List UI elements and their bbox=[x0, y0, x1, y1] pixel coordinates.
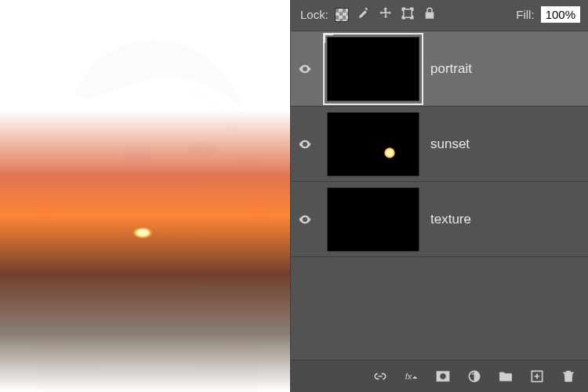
visibility-toggle[interactable] bbox=[294, 137, 316, 151]
link-layers-button[interactable] bbox=[372, 368, 389, 384]
layer-effects-button[interactable]: fx bbox=[403, 368, 420, 384]
svg-text:fx: fx bbox=[405, 372, 412, 381]
layer-row-texture[interactable]: texture bbox=[291, 182, 588, 257]
sunset-layer-render bbox=[0, 0, 290, 392]
layer-thumbnail[interactable] bbox=[327, 112, 419, 176]
layer-name[interactable]: sunset bbox=[430, 136, 470, 152]
fill-label: Fill: bbox=[516, 8, 534, 21]
lock-all-icon[interactable] bbox=[423, 6, 437, 23]
adjustment-layer-button[interactable] bbox=[466, 368, 483, 384]
lock-pixels-icon[interactable] bbox=[357, 6, 371, 23]
eye-icon bbox=[298, 212, 312, 227]
visibility-toggle[interactable] bbox=[294, 62, 316, 76]
eye-icon bbox=[298, 137, 312, 151]
svg-point-5 bbox=[440, 373, 446, 379]
layers-panel: Lock: Fill: 100% portrait bbox=[290, 0, 588, 392]
new-group-button[interactable] bbox=[497, 368, 514, 384]
lock-options-group bbox=[335, 6, 437, 23]
add-mask-button[interactable] bbox=[434, 368, 452, 384]
visibility-toggle[interactable] bbox=[294, 212, 316, 227]
layers-list: portrait sunset texture bbox=[291, 31, 588, 360]
layers-panel-footer: fx bbox=[291, 360, 588, 392]
eye-icon bbox=[298, 62, 312, 76]
canvas-preview[interactable] bbox=[0, 0, 290, 392]
layers-panel-header: Lock: Fill: 100% bbox=[291, 0, 588, 31]
layer-row-sunset[interactable]: sunset bbox=[291, 107, 588, 182]
lock-label: Lock: bbox=[300, 8, 328, 21]
new-layer-button[interactable] bbox=[528, 368, 546, 384]
layer-name[interactable]: texture bbox=[430, 212, 471, 227]
layer-thumbnail[interactable] bbox=[327, 187, 419, 252]
lock-position-icon[interactable] bbox=[379, 6, 393, 23]
layer-name[interactable]: portrait bbox=[430, 61, 472, 77]
lock-transparency-icon[interactable] bbox=[335, 8, 349, 22]
layer-row-portrait[interactable]: portrait bbox=[291, 31, 588, 107]
layer-thumbnail[interactable] bbox=[327, 37, 419, 101]
fill-value-input[interactable]: 100% bbox=[541, 6, 580, 23]
delete-layer-button[interactable] bbox=[560, 368, 577, 384]
lock-artboard-icon[interactable] bbox=[401, 6, 415, 23]
